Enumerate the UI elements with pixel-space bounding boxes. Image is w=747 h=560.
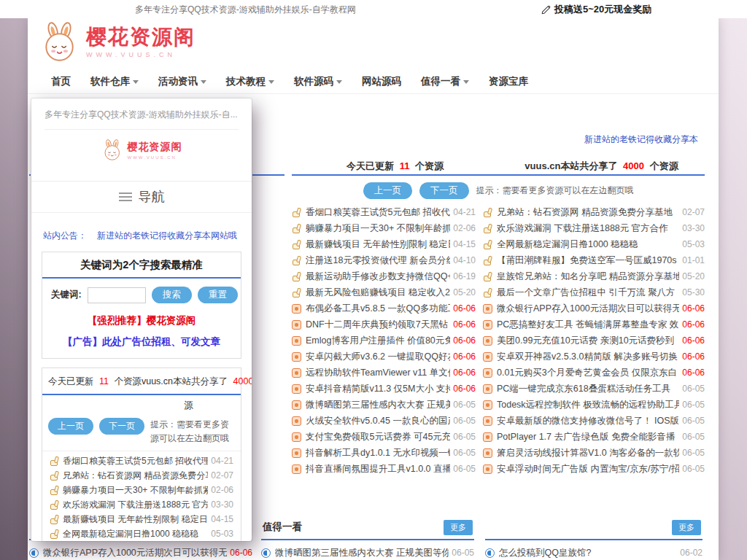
resource-row[interactable]: 躺赚暴力项目一天30+ 不限制年龄抓紧上车 02-06 (292, 220, 476, 236)
overlay-site-logo[interactable]: 樱花资源阁 WWW.VUUS.CN (31, 139, 252, 161)
resource-row[interactable]: 最新赚钱项目 无年龄性别限制 稳定日撸 04-15 (50, 512, 233, 526)
nav-item[interactable]: 值得一看 (421, 75, 469, 88)
resource-row[interactable]: DNF十二周年庆典预约领取7天黑钻 回归用户 06-06 (292, 316, 476, 332)
resource-row[interactable]: 最新无风险包赔赚钱项目 稳定收入200-500元 05-20 (292, 284, 476, 300)
keyword-label: 关键词: (51, 289, 82, 301)
worth-reading-row[interactable]: 微博晒图第三届性感内衣大赛 正规美图等你欣赏 06-05 (261, 543, 474, 560)
overlay-site-url: WWW.VUUS.CN (128, 155, 182, 160)
pencil-icon (541, 4, 551, 15)
resource-date: 06-06 (453, 335, 476, 346)
resource-row[interactable]: 最后一个文章广告位招租中 引千万流 聚八方 05-30 (483, 284, 705, 300)
resource-row[interactable]: 抖音解析工具dy1.0.1 无水印视频一键解析软件 06-05 (292, 445, 476, 461)
resource-row[interactable]: 安卓双开神器v2.5.3.0精简版 解决多账号切换 06-06 (483, 349, 705, 365)
notice-link[interactable]: 新进站的老铁记得收藏分享本网站哦！ (97, 230, 240, 241)
recommend-ad-link[interactable]: 【强烈推荐】樱花资源阁 (42, 314, 241, 327)
worth-reading-row[interactable]: 微众银行APP存入1000元活期次日可以获得无门 06-06 (29, 543, 252, 560)
nav-item[interactable]: 软件源码 (294, 75, 342, 88)
resource-title: Todesk远程控制软件 极致流畅的远程协助工具 (497, 399, 679, 411)
resource-row[interactable]: 火绒安全软件v5.0.45 一款良心的国产安全软件 06-05 (292, 413, 476, 429)
total-count: 4000 (623, 160, 644, 171)
more-button[interactable]: 更多 (672, 520, 701, 535)
submit-reward-link[interactable]: 投稿送5~20元现金奖励 (541, 3, 651, 16)
resource-row[interactable]: 箫启灵活动线报计算器V1.0 淘客必备的一款软 06-05 (483, 445, 705, 461)
new-icon (483, 416, 492, 426)
worth-reading-item-title: 怎么投稿到QQ皇族馆? (499, 547, 677, 559)
resource-title: 安卓抖音精简版v11.3 仅5M大小 支持账号登录 (306, 383, 450, 395)
nav-item[interactable]: 首页 (51, 75, 71, 88)
keyword-input[interactable] (88, 287, 146, 303)
resource-row[interactable]: 远程协助软件TeamViewer v11 单文件版 方便 06-06 (292, 365, 476, 381)
nav-item[interactable]: 网站源码 (362, 75, 401, 88)
resource-row[interactable]: 美团0.99元充值10元话费 亲测10元话费秒到 06-06 (483, 332, 705, 349)
new-icon (292, 336, 301, 346)
resource-row[interactable]: 最新赚钱项目 无年龄性别限制 稳定日撸300+ 04-15 (292, 236, 476, 252)
resource-row[interactable]: 安卓最新版的微信支持修改微信号了！ IOS版 06-05 (483, 413, 705, 429)
resource-title: 箫启灵活动线报计算器V1.0 淘客必备的一款软 (497, 447, 679, 459)
resource-row[interactable]: 支付宝免费领取5元话费券 可45元充值三网50 06-05 (292, 429, 476, 445)
resource-row[interactable]: 安卓抖音精简版v11.3 仅5M大小 支持账号登录 06-06 (292, 381, 476, 397)
resource-row[interactable]: 躺赚暴力项目一天30+ 不限制年龄抓紧上 02-06 (50, 483, 233, 497)
resource-row[interactable]: 【莆田潮牌鞋服】免费送空军一号匡威1970s 01-01 (483, 252, 705, 268)
total-shared-stat: vuus.cn本站共分享了 4000 个资源 (498, 160, 705, 173)
resource-title: 全网最新稳定漏洞日撸1000 稳稳稳 (63, 528, 208, 540)
mobile-preview-panel: 多年专注分享QQ技术资源-游戏辅助外挂娱乐-自... 樱花资源阁 WWW.VUU… (31, 98, 252, 541)
nav-item[interactable]: 资源宝库 (489, 75, 528, 88)
resource-row[interactable]: 抖音直播间氛围提升工具v1.0.0 直播间自动发 06-05 (292, 461, 476, 477)
resource-row[interactable]: PC端一键完成京东618叠蛋糕活动任务工具 06-05 (483, 381, 705, 397)
next-page-button[interactable]: 下一页 (99, 418, 144, 435)
resource-row[interactable]: 兄弟站：钻石资源网 精品资源免费分享基 02-07 (50, 468, 233, 483)
ad-slot-link[interactable]: 【广告】此处广告位招租、可发文章 (42, 335, 241, 349)
resource-row[interactable]: PotPlayer 1.7 去广告绿色版 免费全能影音播 06-05 (483, 429, 705, 445)
overlay-today-stat: 今天已更新 11 个资源 (48, 376, 142, 388)
resource-title: 欢乐游戏漏洞 下载注册送1888元 官方合作 (497, 222, 679, 235)
resource-date: 06-05 (453, 432, 476, 442)
prev-page-button[interactable]: 上一页 (363, 182, 413, 199)
resource-date: 06-06 (682, 351, 705, 362)
next-page-button[interactable]: 下一页 (419, 182, 469, 199)
overlay-nav-toggle[interactable]: 导航 (31, 181, 252, 213)
resource-list-left: 香烟口粮芙蓉王试货5元包邮 招收代理 04-21 躺赚暴力项目一天30+ 不限制… (292, 204, 476, 477)
resource-row[interactable]: 香烟口粮芙蓉王试货5元包邮 招收代理 04-21 (50, 454, 233, 468)
resource-row[interactable]: 安卓浮动时间无广告版 内置淘宝/京东/苏宁/招 06-05 (483, 461, 705, 477)
today-count: 11 (400, 160, 410, 171)
resource-row[interactable]: 欢乐游戏漏洞 下载注册送1888元 官方合作 03-30 (483, 220, 705, 236)
site-tagline: 多年专注分享QQ技术资源-游戏辅助外挂娱乐-自学教程网 (135, 4, 356, 16)
resource-row[interactable]: 布偶必备工具v5.8.5 一款QQ多功能工具软件 06-06 (292, 300, 476, 316)
prev-page-button[interactable]: 上一页 (48, 418, 93, 435)
resource-row[interactable]: 微众银行APP存入1000元活期次日可以获得无 06-06 (483, 300, 705, 316)
thumb-icon (292, 288, 301, 298)
resource-title: 0.01元购买3个月爱奇艺黄金会员 仅限京东白 (497, 367, 679, 379)
resource-row[interactable]: 注册送18元零投资做代理 新会员分红存1000 04-10 (292, 252, 476, 268)
resource-row[interactable]: 皇族馆兄弟站：知名分享吧 精品资源分享基地 05-20 (483, 268, 705, 284)
new-icon (483, 320, 492, 330)
resource-row[interactable]: 欢乐游戏漏洞 下载注册送1888元 官方合 03-30 (50, 497, 233, 512)
resource-row[interactable]: 兄弟站：钻石资源网 精品资源免费分享基地 02-07 (483, 204, 705, 220)
nav-item[interactable]: 软件仓库 (90, 75, 139, 88)
resource-row[interactable]: Todesk远程控制软件 极致流畅的远程协助工具 06-05 (483, 397, 705, 413)
worth-reading-row[interactable]: 怎么投稿到QQ皇族馆? 06-02 (485, 543, 703, 560)
nav-item[interactable]: 活动资讯 (158, 75, 206, 88)
nav-item-label: 软件仓库 (90, 75, 130, 88)
resource-row[interactable]: 最新运动助手修改步数支持微信QQ+ZFB步 06-19 (292, 268, 476, 284)
search-button[interactable]: 搜索 (152, 287, 192, 303)
nav-item[interactable]: 技术教程 (226, 75, 274, 88)
resource-row[interactable]: 微博晒图第三届性感内衣大赛 正规美图等你欣 06-05 (292, 397, 476, 413)
resource-row[interactable]: PC恶搞整好友工具 苍蝇铺满屏幕整蛊专家 效 06-06 (483, 316, 705, 332)
more-button[interactable]: 更多 (444, 520, 473, 535)
resource-row[interactable]: 全网最新稳定漏洞日撸1000 稳稳稳 05-03 (50, 526, 233, 541)
resource-row[interactable]: 0.01元购买3个月爱奇艺黄金会员 仅限京东白 06-06 (483, 365, 705, 381)
reset-button[interactable]: 重置 (198, 287, 238, 303)
resource-row[interactable]: 香烟口粮芙蓉王试货5元包邮 招收代理 04-21 (292, 204, 476, 220)
resource-row[interactable]: 安卓闪截大师v3.6.2 一键提取QQ好友发的闪图 06-06 (292, 349, 476, 365)
main-navigation: 首页 软件仓库 活动资讯 技术教程 (28, 69, 719, 94)
thumb-icon (483, 224, 492, 233)
top-bar: 多年专注分享QQ技术资源-游戏辅助外挂娱乐-自学教程网 投稿送5~20元现金奖励 (0, 0, 747, 18)
announcement-marquee[interactable]: 新进站的老铁记得收藏分享本 (584, 133, 698, 146)
resource-row[interactable]: 全网最新稳定漏洞日撸1000 稳稳稳 05-03 (483, 236, 705, 252)
site-logo[interactable]: 樱花资源阁 WWW.VUUS.CN (39, 22, 196, 63)
resource-date: 06-06 (453, 319, 476, 330)
resource-title: 兄弟站：钻石资源网 精品资源免费分享基地 (497, 206, 679, 219)
resource-row[interactable]: Emlog博客用户注册插件 价值80元免费分享 06-06 (292, 332, 476, 349)
new-icon (483, 352, 492, 362)
worth-reading-item-title: 微博晒图第三届性感内衣大赛 正规美图等你欣赏 (275, 547, 449, 559)
